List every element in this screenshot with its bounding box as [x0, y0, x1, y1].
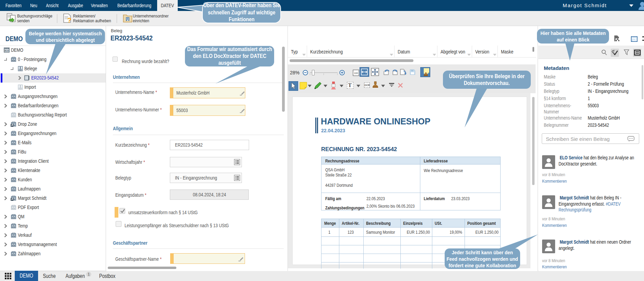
svg-text:?: ? [67, 16, 71, 24]
svg-text:100: 100 [354, 72, 358, 74]
